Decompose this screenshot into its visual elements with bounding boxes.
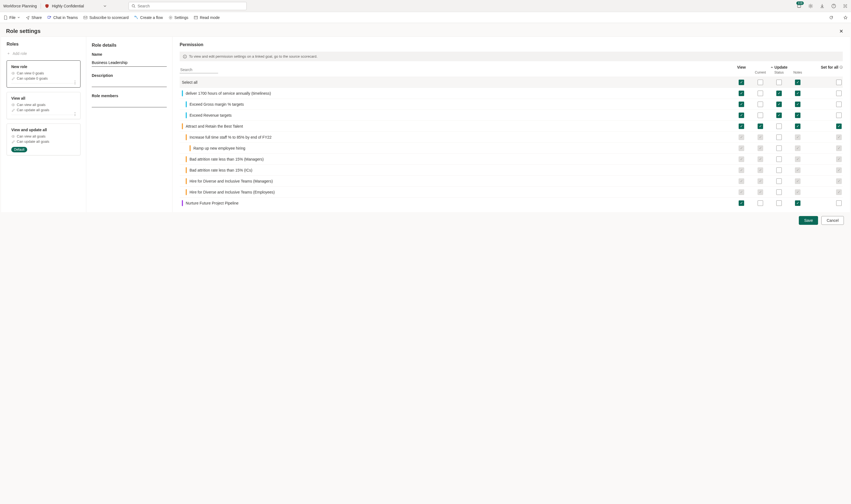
settings-label: Settings bbox=[174, 15, 188, 20]
checkbox[interactable] bbox=[739, 91, 744, 96]
save-button[interactable]: Save bbox=[799, 216, 818, 225]
create-flow-button[interactable]: Create a flow bbox=[134, 15, 162, 20]
permission-rows: Select all deliver 1700 hours of service… bbox=[180, 77, 843, 212]
settings-button[interactable]: Settings bbox=[168, 15, 188, 20]
checkbox[interactable] bbox=[776, 134, 782, 140]
checkbox[interactable] bbox=[776, 167, 782, 173]
permission-header-row: View Update Current Status Notes Set for… bbox=[180, 64, 843, 75]
checkbox[interactable] bbox=[758, 79, 763, 85]
checkbox[interactable] bbox=[836, 200, 842, 206]
add-role-button[interactable]: ＋ Add role bbox=[6, 51, 81, 56]
page-title: Role settings bbox=[6, 28, 41, 34]
checkbox[interactable] bbox=[776, 157, 782, 162]
app-bar-actions: 119 ? bbox=[797, 4, 848, 8]
checkbox[interactable] bbox=[776, 124, 782, 129]
permission-search[interactable] bbox=[180, 67, 218, 73]
checkbox[interactable] bbox=[795, 102, 800, 107]
goal-label: deliver 1700 hours of service annually (… bbox=[186, 91, 732, 95]
goal-label: Bad attrition rate less than 15% (Manage… bbox=[190, 157, 732, 161]
goal-color-bar bbox=[186, 101, 187, 107]
favorite-icon[interactable] bbox=[843, 15, 848, 20]
checkbox[interactable] bbox=[836, 102, 842, 107]
plus-icon: ＋ bbox=[6, 51, 11, 56]
permission-row: Bad attrition rate less than 15% (Manage… bbox=[180, 154, 843, 164]
checkbox[interactable] bbox=[795, 112, 800, 118]
role-card[interactable]: View all Can view all goals Can update a… bbox=[6, 92, 81, 119]
checkbox[interactable] bbox=[758, 200, 763, 206]
checkbox[interactable] bbox=[836, 124, 842, 129]
app-launcher-icon[interactable] bbox=[843, 4, 848, 8]
checkbox bbox=[795, 157, 800, 162]
cancel-button[interactable]: Cancel bbox=[821, 216, 844, 225]
chat-label: Chat in Teams bbox=[53, 15, 78, 20]
checkbox[interactable] bbox=[795, 200, 800, 206]
goal-color-bar bbox=[182, 123, 183, 129]
refresh-icon[interactable] bbox=[829, 15, 833, 20]
checkbox[interactable] bbox=[758, 91, 763, 96]
settings-icon[interactable] bbox=[808, 4, 813, 8]
checkbox[interactable] bbox=[758, 124, 763, 129]
checkbox[interactable] bbox=[776, 79, 782, 85]
role-card-more[interactable]: ⋮ bbox=[73, 80, 77, 85]
checkbox[interactable] bbox=[836, 91, 842, 96]
file-menu[interactable]: File bbox=[3, 15, 20, 20]
role-view-line: Can view all goals bbox=[11, 134, 76, 138]
checkbox[interactable] bbox=[836, 112, 842, 118]
checkbox[interactable] bbox=[836, 79, 842, 85]
checkbox[interactable] bbox=[776, 112, 782, 118]
svg-point-17 bbox=[13, 104, 14, 105]
subscribe-button[interactable]: Subscribe to scorecard bbox=[83, 15, 128, 20]
col-view[interactable]: View bbox=[732, 65, 751, 69]
role-update-line: Can update all goals bbox=[11, 108, 76, 112]
notifications-button[interactable]: 119 bbox=[797, 4, 802, 8]
checkbox[interactable] bbox=[739, 79, 744, 85]
description-input[interactable] bbox=[92, 80, 167, 87]
roles-heading: Roles bbox=[6, 42, 81, 47]
role-card-title: New role bbox=[11, 65, 76, 69]
search-input[interactable] bbox=[138, 4, 244, 8]
checkbox[interactable] bbox=[739, 124, 744, 129]
sensitivity-label[interactable]: Highly Confidential bbox=[52, 4, 84, 8]
checkbox[interactable] bbox=[776, 200, 782, 206]
svg-text:?: ? bbox=[833, 4, 835, 7]
goal-label: Attract and Retain the Best Talent bbox=[186, 124, 732, 128]
checkbox[interactable] bbox=[758, 112, 763, 118]
svg-line-1 bbox=[134, 6, 135, 8]
checkbox[interactable] bbox=[795, 79, 800, 85]
checkbox[interactable] bbox=[776, 145, 782, 151]
global-search[interactable] bbox=[128, 2, 247, 10]
checkbox[interactable] bbox=[776, 178, 782, 184]
role-update-line: Can update 0 goals bbox=[11, 76, 76, 80]
checkbox[interactable] bbox=[776, 91, 782, 96]
permission-row: deliver 1700 hours of service annually (… bbox=[180, 88, 843, 98]
download-icon[interactable] bbox=[820, 4, 824, 8]
chevron-down-icon bbox=[17, 16, 20, 19]
role-name-input[interactable] bbox=[92, 59, 167, 67]
checkbox[interactable] bbox=[739, 200, 744, 206]
read-mode-button[interactable]: Read mode bbox=[194, 15, 220, 20]
read-label: Read mode bbox=[200, 15, 220, 20]
chat-teams-button[interactable]: Chat in Teams bbox=[47, 15, 78, 20]
close-button[interactable]: ✕ bbox=[839, 28, 843, 34]
checkbox[interactable] bbox=[795, 91, 800, 96]
search-icon bbox=[132, 4, 135, 8]
checkbox[interactable] bbox=[739, 112, 744, 118]
checkbox[interactable] bbox=[776, 190, 782, 195]
chevron-down-icon[interactable] bbox=[103, 4, 107, 8]
role-card[interactable]: New role Can view 0 goals Can update 0 g… bbox=[6, 60, 81, 88]
checkbox[interactable] bbox=[758, 102, 763, 107]
role-members-input[interactable] bbox=[92, 101, 167, 107]
checkbox[interactable] bbox=[739, 102, 744, 107]
role-card[interactable]: View and update all Can view all goals C… bbox=[6, 124, 81, 155]
role-card-title: View and update all bbox=[11, 128, 76, 132]
col-update[interactable]: Update bbox=[770, 65, 787, 69]
role-card-more[interactable]: ⋮ bbox=[73, 111, 77, 117]
share-button[interactable]: Share bbox=[25, 15, 42, 20]
goal-color-bar bbox=[186, 167, 187, 173]
col-set-for-all[interactable]: Set for all i bbox=[818, 65, 843, 69]
default-badge: Default bbox=[11, 147, 27, 152]
checkbox[interactable] bbox=[795, 124, 800, 129]
help-icon[interactable]: ? bbox=[831, 4, 836, 8]
goal-label: Exceed Gross margin % targets bbox=[190, 102, 732, 107]
checkbox[interactable] bbox=[776, 102, 782, 107]
